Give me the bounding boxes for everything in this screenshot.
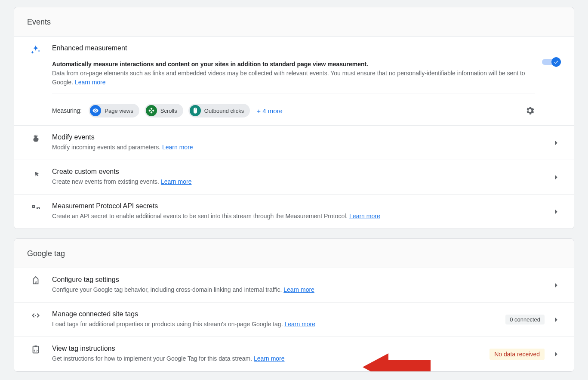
chip-scrolls-label: Scrolls (160, 108, 177, 114)
clipboard-code-icon (27, 345, 44, 354)
chevron-right-icon (551, 281, 561, 290)
configure-tag-row[interactable]: g Configure tag settings Configure your … (14, 268, 574, 303)
gear-icon[interactable] (525, 105, 535, 116)
create-custom-events-row[interactable]: Create custom events Create new events f… (14, 160, 574, 195)
custom-events-title: Create custom events (52, 168, 546, 176)
modify-learn-more[interactable]: Learn more (162, 144, 193, 151)
modify-events-desc: Modify incoming events and parameters. (52, 144, 162, 151)
chevron-right-icon (551, 138, 561, 148)
chevron-right-icon (551, 173, 561, 182)
chip-outbound-label: Outbound clicks (204, 108, 244, 114)
sparkle-icon (27, 44, 44, 56)
measurement-protocol-row[interactable]: Measurement Protocol API secrets Create … (14, 195, 574, 229)
chip-outbound: Outbound clicks (188, 104, 250, 117)
chip-scrolls: Scrolls (145, 104, 183, 117)
check-icon (551, 57, 561, 67)
enhanced-bold-line: Automatically measure interactions and c… (52, 61, 368, 68)
chevron-right-icon (551, 349, 561, 359)
view-tag-title: View tag instructions (52, 345, 489, 352)
mp-learn-more[interactable]: Learn more (349, 213, 380, 219)
no-data-badge: No data received (489, 349, 545, 360)
tag-icon: g (27, 276, 44, 285)
custom-events-desc: Create new events from existing events. (52, 178, 161, 185)
enhanced-toggle[interactable] (542, 57, 561, 67)
events-card: Events Enhanced measurement Automaticall… (14, 7, 574, 229)
configure-tag-desc: Configure your Google tag behavior, incl… (52, 286, 283, 293)
chip-page-views: Page views (89, 104, 139, 117)
eye-icon (90, 105, 101, 116)
google-tag-card: Google tag g Configure tag settings Conf… (14, 238, 574, 372)
enhanced-learn-more[interactable]: Learn more (75, 79, 106, 86)
view-tag-instructions-row[interactable]: View tag instructions Get instructions f… (14, 337, 574, 371)
enhanced-desc: Data from on-page elements such as links… (52, 70, 525, 86)
svg-rect-1 (33, 346, 39, 353)
mp-title: Measurement Protocol API secrets (52, 202, 546, 210)
google-tag-header: Google tag (14, 239, 574, 268)
custom-learn-more[interactable]: Learn more (161, 178, 192, 185)
key-icon (27, 202, 44, 213)
view-learn-more[interactable]: Learn more (254, 355, 285, 362)
measuring-label: Measuring: (52, 107, 82, 114)
measuring-row: Measuring: Page views Scrolls (52, 104, 535, 117)
connected-count-badge: 0 connected (505, 315, 545, 324)
manage-learn-more[interactable]: Learn more (284, 321, 315, 327)
touch-icon (27, 133, 44, 143)
chevron-right-icon (551, 315, 561, 324)
view-tag-desc: Get instructions for how to implement yo… (52, 355, 254, 362)
modify-events-row[interactable]: Modify events Modify incoming events and… (14, 126, 574, 160)
code-icon (27, 310, 44, 321)
enhanced-title: Enhanced measurement (52, 44, 535, 52)
mp-desc: Create an API secret to enable additiona… (52, 213, 349, 219)
more-chips-link[interactable]: + 4 more (257, 107, 283, 114)
svg-rect-2 (34, 346, 37, 347)
events-header: Events (14, 7, 574, 37)
svg-text:g: g (35, 280, 37, 284)
chip-page-views-label: Page views (105, 108, 133, 114)
configure-tag-title: Configure tag settings (52, 276, 546, 284)
modify-events-title: Modify events (52, 133, 546, 141)
configure-learn-more[interactable]: Learn more (283, 286, 314, 293)
enhanced-measurement-row: Enhanced measurement Automatically measu… (14, 37, 574, 126)
mouse-icon (190, 105, 201, 116)
manage-connected-tags-row[interactable]: Manage connected site tags Load tags for… (14, 303, 574, 337)
cursor-click-icon (27, 168, 44, 177)
manage-tags-title: Manage connected site tags (52, 310, 505, 318)
chevron-right-icon (551, 207, 561, 216)
manage-tags-desc: Load tags for additional properties or p… (52, 321, 284, 327)
scroll-icon (146, 105, 157, 116)
